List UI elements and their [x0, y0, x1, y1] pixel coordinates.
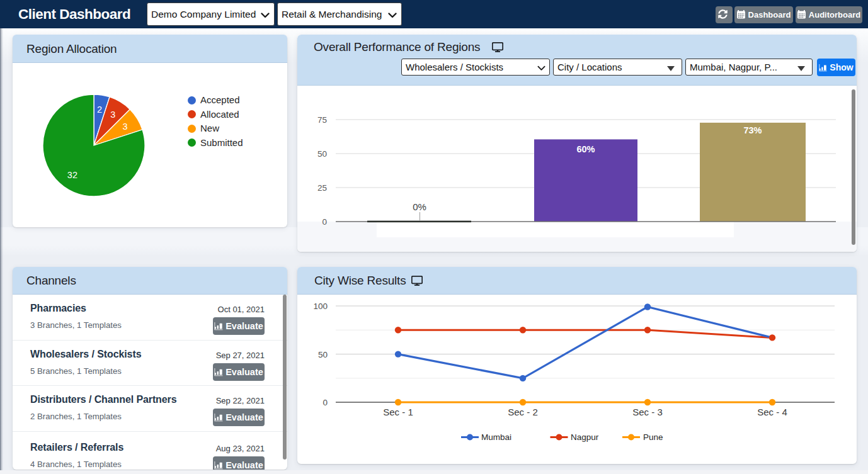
svg-text:75: 75	[317, 115, 327, 125]
svg-text:Nagpur: Nagpur	[571, 432, 599, 442]
svg-text:0: 0	[323, 398, 328, 407]
svg-text:50: 50	[318, 350, 328, 359]
svg-text:Sec - 3: Sec - 3	[632, 407, 663, 417]
svg-text:3: 3	[110, 110, 115, 120]
svg-text:50: 50	[317, 149, 327, 159]
svg-text:0%: 0%	[413, 201, 426, 212]
svg-text:0: 0	[322, 217, 327, 227]
svg-text:3: 3	[122, 121, 127, 132]
svg-text:Pune: Pune	[643, 432, 663, 442]
svg-text:60%: 60%	[576, 144, 595, 154]
svg-text:Sec - 4: Sec - 4	[757, 407, 787, 417]
svg-text:2: 2	[97, 104, 102, 115]
svg-text:Mumbai: Mumbai	[481, 432, 511, 442]
svg-text:25: 25	[317, 183, 327, 193]
svg-text:Sec - 2: Sec - 2	[508, 407, 538, 417]
svg-text:32: 32	[67, 170, 77, 180]
svg-text:73%: 73%	[743, 125, 762, 135]
svg-text:100: 100	[313, 302, 328, 311]
svg-text:Sec - 1: Sec - 1	[383, 407, 413, 417]
